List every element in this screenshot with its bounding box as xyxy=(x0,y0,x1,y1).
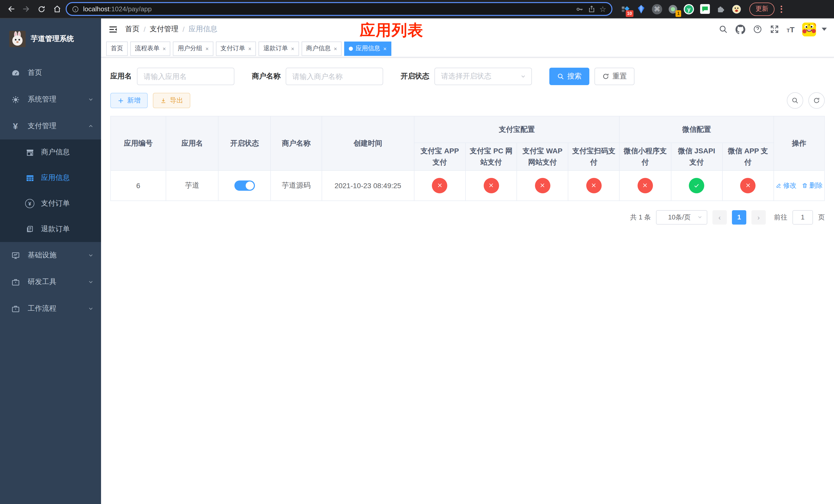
chevron-down-icon xyxy=(88,96,94,102)
delete-link[interactable]: 删除 xyxy=(802,181,823,190)
reset-button[interactable]: 重置 xyxy=(594,68,635,85)
show-search-toggle-button[interactable] xyxy=(787,92,803,109)
sidebar-item-home[interactable]: 首页 xyxy=(0,60,101,86)
tab-refund-order[interactable]: 退款订单× xyxy=(259,41,299,55)
col-wx-app: 微信 APP 支付 xyxy=(722,143,773,170)
extensions-puzzle-icon[interactable] xyxy=(715,3,726,15)
help-icon[interactable] xyxy=(753,25,762,34)
sidebar: 芋道管理系统 首页 系统管理 xyxy=(0,19,101,504)
extension-pinned-icon[interactable]: 10 xyxy=(620,3,631,15)
prev-page-button[interactable]: ‹ xyxy=(712,210,727,225)
fullscreen-icon[interactable] xyxy=(770,25,779,34)
tab-label: 商户信息 xyxy=(306,44,331,53)
home-icon[interactable] xyxy=(50,2,64,16)
storefront-icon xyxy=(25,148,35,157)
search-button[interactable]: 搜索 xyxy=(549,68,589,85)
tab-close-icon[interactable]: × xyxy=(383,45,387,51)
app-table: 应用编号 应用名 开启状态 商户名称 创建时间 支付宝配置 微信配置 操作 支付… xyxy=(110,116,825,201)
refresh-icon xyxy=(602,73,609,80)
breadcrumb: 首页 / 支付管理 / 应用信息 xyxy=(125,25,218,34)
sidebar-item-workflow[interactable]: 工作流程 xyxy=(0,295,101,322)
chevron-up-icon xyxy=(88,123,94,129)
sidebar-item-system[interactable]: 系统管理 xyxy=(0,86,101,113)
extension-recorder-icon[interactable]: 1 xyxy=(667,3,679,15)
next-page-button[interactable]: › xyxy=(751,210,766,225)
cell-alipay-wap xyxy=(517,170,568,201)
status-cross-icon xyxy=(483,178,499,193)
enabled-toggle[interactable] xyxy=(235,181,255,191)
tab-home[interactable]: 首页 xyxy=(106,41,128,55)
extension-y-icon[interactable]: y xyxy=(683,3,695,15)
extension-gem-icon[interactable] xyxy=(636,3,647,15)
cell-alipay-qr xyxy=(568,170,619,201)
chevron-down-icon xyxy=(88,305,94,312)
add-button[interactable]: 新增 xyxy=(110,93,148,108)
cell-created: 2021-10-23 08:49:25 xyxy=(322,170,414,201)
breadcrumb-home[interactable]: 首页 xyxy=(125,25,139,34)
browser-profile-avatar[interactable] xyxy=(731,3,742,15)
tab-app-info[interactable]: 应用信息× xyxy=(344,41,391,55)
reload-icon[interactable] xyxy=(35,2,48,16)
bookmark-star-icon[interactable]: ☆ xyxy=(599,5,606,13)
page-size-select[interactable]: 10条/页 xyxy=(656,210,707,225)
sidebar-item-pay[interactable]: ¥ 支付管理 xyxy=(0,113,101,139)
goto-page-input[interactable] xyxy=(792,210,813,225)
font-size-icon[interactable]: TT xyxy=(787,25,794,33)
merchant-name-input[interactable] xyxy=(286,68,383,85)
tab-close-icon[interactable]: × xyxy=(162,45,166,51)
table-toolbar: 新增 导出 xyxy=(110,92,825,109)
user-avatar[interactable] xyxy=(802,22,816,36)
browser-menu-icon[interactable] xyxy=(777,3,785,15)
breadcrumb-separator: / xyxy=(182,25,185,33)
sidebar-item-devtool[interactable]: 研发工具 xyxy=(0,269,101,295)
sidebar-item-label: 研发工具 xyxy=(28,277,81,287)
table-row: 6 芋道 芋道源码 2021-10-23 08:49:25 xyxy=(111,170,825,201)
search-icon[interactable] xyxy=(718,25,728,34)
back-icon[interactable] xyxy=(4,2,18,16)
sidebar-item-merchant-info[interactable]: 商户信息 xyxy=(0,139,101,165)
tab-close-icon[interactable]: × xyxy=(291,45,294,51)
chevron-down-icon xyxy=(88,279,94,285)
edit-link[interactable]: 修改 xyxy=(775,181,796,190)
merchant-name-label: 商户名称 xyxy=(252,72,281,81)
col-alipay-qr: 支付宝扫码支付 xyxy=(568,143,619,170)
export-button[interactable]: 导出 xyxy=(153,93,190,108)
site-info-icon[interactable] xyxy=(72,5,79,13)
pay-submenu: 商户信息 应用信息 ¥ 支付订单 xyxy=(0,139,101,242)
prev-arrow: ‹ xyxy=(718,213,721,222)
tab-pay-order[interactable]: 支付订单× xyxy=(216,41,256,55)
address-bar[interactable]: localhost:1024/pay/app ☆ xyxy=(66,2,612,16)
extension-command-icon[interactable]: ⌘ xyxy=(652,3,663,15)
app-name-input[interactable] xyxy=(137,68,235,85)
extension-chat-icon[interactable] xyxy=(699,3,710,15)
status-select[interactable]: 请选择开启状态 xyxy=(435,68,532,85)
tab-close-icon[interactable]: × xyxy=(334,45,337,51)
github-icon[interactable] xyxy=(735,24,745,34)
sidebar-collapse-icon[interactable] xyxy=(108,24,118,34)
pagination-total: 共 1 条 xyxy=(630,213,651,222)
avatar-caret-icon[interactable] xyxy=(822,28,827,31)
forward-icon[interactable] xyxy=(20,2,33,16)
tab-merchant-info[interactable]: 商户信息× xyxy=(302,41,342,55)
page-number-1[interactable]: 1 xyxy=(732,210,746,225)
breadcrumb-pay[interactable]: 支付管理 xyxy=(150,25,178,34)
search-icon xyxy=(791,97,798,104)
tab-user-group[interactable]: 用户分组× xyxy=(173,41,213,55)
app-logo-row[interactable]: 芋道管理系统 xyxy=(0,19,101,60)
sidebar-item-infra[interactable]: 基础设施 xyxy=(0,242,101,269)
sidebar-item-label: 基础设施 xyxy=(28,251,81,260)
sidebar-item-refund-order[interactable]: 退款订单 xyxy=(0,216,101,242)
browser-update-button[interactable]: 更新 xyxy=(749,2,774,16)
tab-close-icon[interactable]: × xyxy=(205,45,209,51)
url-host: localhost xyxy=(83,5,110,13)
tab-close-icon[interactable]: × xyxy=(248,45,251,51)
refresh-table-button[interactable] xyxy=(808,92,825,109)
password-key-icon[interactable] xyxy=(575,5,584,13)
sidebar-item-label: 首页 xyxy=(28,68,94,77)
tab-label: 首页 xyxy=(111,44,123,53)
share-icon[interactable] xyxy=(588,5,595,13)
sidebar-item-pay-order[interactable]: ¥ 支付订单 xyxy=(0,191,101,216)
sidebar-item-app-info[interactable]: 应用信息 xyxy=(0,165,101,191)
app-name-label: 应用名 xyxy=(110,72,132,81)
tab-process-form[interactable]: 流程表单× xyxy=(130,41,171,55)
